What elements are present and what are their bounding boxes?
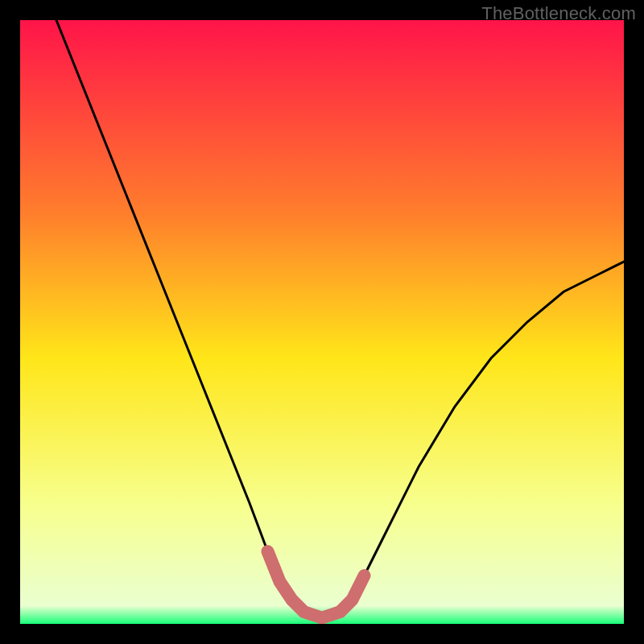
gradient-background [20, 20, 624, 624]
bottleneck-chart [20, 20, 624, 624]
chart-frame: TheBottleneck.com [0, 0, 644, 644]
